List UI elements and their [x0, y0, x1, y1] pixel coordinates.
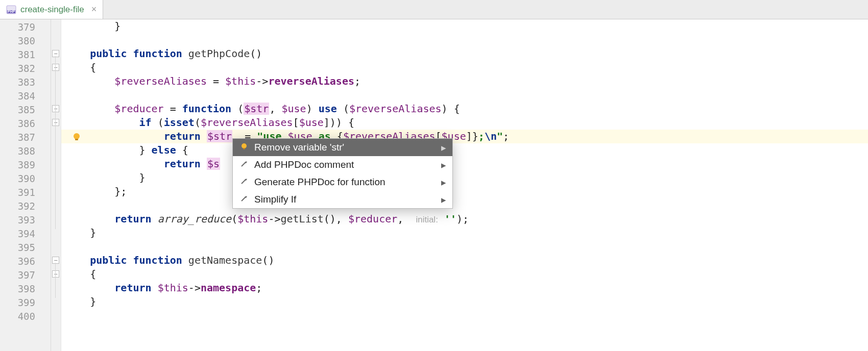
code-line[interactable]: return $s	[61, 157, 868, 171]
php-file-icon: PHP	[6, 5, 16, 15]
intention-item[interactable]: Add PHPDoc comment▸	[233, 156, 452, 173]
line-number: 388	[0, 144, 51, 158]
intention-bulb-icon[interactable]	[71, 132, 82, 142]
code-line[interactable]	[61, 198, 868, 212]
svg-rect-6	[243, 148, 245, 149]
close-tab-icon[interactable]: ×	[91, 4, 97, 15]
code-line[interactable]: public function getNamespace()	[61, 254, 868, 267]
code-line[interactable]: return $str .= "use $use as {$reverseAli…	[61, 130, 868, 143]
tab-bar: PHP create-single-file ×	[0, 0, 868, 19]
intention-label: Generate PHPDoc for function	[254, 177, 385, 188]
code-line[interactable]: }	[61, 171, 868, 185]
intention-item[interactable]: Simplify If▸	[233, 191, 452, 208]
intention-item[interactable]: Remove variable 'str'▸	[233, 139, 452, 156]
line-number: 396	[0, 255, 51, 268]
intention-label: Simplify If	[254, 194, 296, 205]
line-number: 386	[0, 117, 51, 131]
svg-rect-4	[75, 139, 78, 140]
code-line[interactable]	[61, 88, 868, 102]
line-number: 389	[0, 158, 51, 172]
wand-icon	[240, 159, 249, 170]
wand-icon	[240, 194, 249, 205]
line-number: 385	[0, 103, 51, 117]
line-number: 399	[0, 296, 51, 310]
fold-column: −−−−−−	[51, 19, 61, 351]
line-number: 382	[0, 62, 51, 76]
line-number: 395	[0, 241, 51, 255]
code-line[interactable]: }	[61, 19, 868, 33]
line-number: 392	[0, 199, 51, 213]
line-number: 398	[0, 282, 51, 296]
submenu-arrow-icon: ▸	[441, 177, 446, 188]
line-number: 387	[0, 131, 51, 144]
line-number: 394	[0, 227, 51, 241]
fold-marker[interactable]: −	[52, 50, 59, 57]
code-line[interactable]: {	[61, 267, 868, 281]
fold-marker[interactable]: −	[52, 119, 59, 126]
code-line[interactable]	[61, 309, 868, 322]
code-line[interactable]: {	[61, 61, 868, 74]
line-number: 393	[0, 213, 51, 227]
svg-point-5	[242, 143, 247, 148]
fold-marker[interactable]: −	[52, 105, 59, 112]
line-number: 379	[0, 20, 51, 34]
submenu-arrow-icon: ▸	[441, 142, 446, 154]
svg-text:PHP: PHP	[8, 10, 15, 13]
line-number: 400	[0, 310, 51, 323]
line-number: 380	[0, 34, 51, 48]
fold-marker[interactable]: −	[52, 257, 59, 264]
line-number: 383	[0, 76, 51, 89]
fold-marker[interactable]: −	[52, 270, 59, 278]
intention-label: Remove variable 'str'	[254, 142, 344, 153]
code-line[interactable]: public function getPhpCode()	[61, 47, 868, 61]
intention-item[interactable]: Generate PHPDoc for function▸	[233, 173, 452, 191]
submenu-arrow-icon: ▸	[441, 159, 446, 171]
line-number: 384	[0, 89, 51, 103]
intention-label: Add PHPDoc comment	[254, 159, 354, 170]
code-line[interactable]	[61, 240, 868, 254]
code-line[interactable]: if (isset($reverseAliases[$use])) {	[61, 116, 868, 130]
svg-point-3	[74, 133, 80, 139]
wand-icon	[240, 177, 249, 188]
code-line[interactable]: return $this->namespace;	[61, 281, 868, 295]
code-line[interactable]: $reducer = function ($str, $use) use ($r…	[61, 102, 868, 116]
submenu-arrow-icon: ▸	[441, 194, 446, 206]
tab-filename: create-single-file	[20, 5, 84, 15]
intention-popup: Remove variable 'str'▸Add PHPDoc comment…	[232, 138, 453, 209]
code-area[interactable]: } public function getPhpCode() { $revers…	[61, 19, 868, 351]
code-line[interactable]: }	[61, 295, 868, 309]
line-number: 381	[0, 48, 51, 62]
line-number-gutter: 3793803813823833843853863873883893903913…	[0, 19, 51, 351]
code-line[interactable]: } else {	[61, 143, 868, 157]
editor-tab[interactable]: PHP create-single-file ×	[0, 0, 103, 19]
code-line[interactable]: }	[61, 226, 868, 240]
code-line[interactable]: };	[61, 185, 868, 198]
code-line[interactable]	[61, 33, 868, 47]
editor: 3793803813823833843853863873883893903913…	[0, 19, 868, 351]
line-number: 391	[0, 186, 51, 199]
fold-marker[interactable]: −	[52, 64, 59, 71]
code-line[interactable]: $reverseAliases = $this->reverseAliases;	[61, 74, 868, 88]
bulb-icon	[240, 142, 249, 153]
line-number: 397	[0, 268, 51, 282]
line-number: 390	[0, 172, 51, 186]
code-line[interactable]: return array_reduce($this->getList(), $r…	[61, 212, 868, 226]
